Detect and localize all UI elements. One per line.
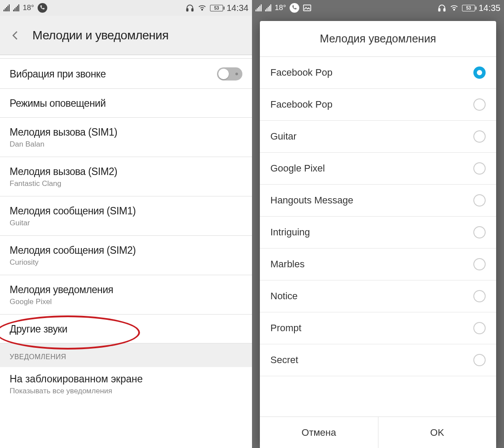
ringtone-option[interactable]: Facebook Pop [260,57,496,89]
option-label: Intriguing [270,227,310,238]
option-label: Prompt [270,322,301,334]
svg-point-6 [454,9,455,10]
row-sub: Google Pixel [10,298,242,306]
row-notification-sound[interactable]: Мелодия уведомления Google Pixel [0,275,252,315]
radio-icon[interactable] [473,98,486,111]
ringtone-option[interactable]: Marbles [260,248,496,280]
option-label: Facebook Pop [270,67,332,78]
dialog-buttons: Отмена OK [260,416,496,448]
dialog-list: Facebook PopFacebook PopGuitarGoogle Pix… [260,57,496,416]
signal-icon-2 [13,4,19,11]
viber-icon [38,3,47,13]
row-sub: Guitar [10,219,242,228]
ringtone-option[interactable]: Notice [260,280,496,312]
svg-rect-4 [438,9,440,11]
row-title: Мелодия вызова (SIM2) [10,166,242,178]
svg-rect-3 [303,5,311,10]
row-title: Режимы оповещений [10,98,242,109]
battery-level: 53 [466,6,471,10]
ringtone-option[interactable]: Facebook Pop [260,89,496,121]
back-button[interactable] [9,29,22,42]
option-label: Facebook Pop [270,99,332,110]
row-message-sim2[interactable]: Мелодия сообщения (SIM2) Curiosity [0,236,252,275]
radio-icon[interactable] [473,130,486,143]
svg-rect-0 [186,9,188,11]
row-title: Мелодия сообщения (SIM2) [10,245,242,256]
row-sub: Fantastic Clang [10,179,242,188]
radio-icon[interactable] [473,322,486,334]
battery-level: 53 [214,6,219,10]
headphones-icon [186,4,194,12]
row-title: Мелодия сообщения (SIM1) [10,205,242,217]
ringtone-option[interactable]: Prompt [260,312,496,344]
dialog-title: Мелодия уведомления [260,21,496,57]
screen-dialog: 18° 53 14:35 Мелодия уведомления Faceboo… [252,0,504,448]
temperature: 18° [23,4,34,12]
row-title: На заблокированном экране [10,373,242,385]
row-sub: Dan Balan [10,140,242,149]
radio-icon[interactable] [473,162,486,175]
status-bar: 18° 53 14:35 [252,0,504,16]
status-bar: 18° 53 14:34 [0,0,252,16]
wifi-icon [198,4,206,12]
battery-icon: 53 [210,5,223,11]
row-title: Другие звуки [10,323,242,335]
row-other-sounds[interactable]: Другие звуки [0,315,252,343]
radio-icon[interactable] [473,290,486,302]
svg-point-2 [202,9,203,10]
row-ringtone-sim1[interactable]: Мелодия вызова (SIM1) Dan Balan [0,118,252,157]
signal-icon [4,4,10,11]
screen-settings: 18° 53 14:34 Мелодии и уведомления Вибра… [0,0,252,448]
temperature: 18° [275,4,286,12]
page-title: Мелодии и уведомления [32,28,168,42]
clock: 14:35 [479,3,500,13]
row-title: Мелодия вызова (SIM1) [10,126,242,138]
option-label: Secret [270,354,298,366]
header: Мелодии и уведомления [0,16,252,55]
row-lockscreen[interactable]: На заблокированном экране Показывать все… [0,367,252,396]
viber-icon [290,3,299,13]
settings-list: Вибрация при звонке Режимы оповещений Ме… [0,55,252,396]
row-title: Вибрация при звонке [10,68,217,80]
signal-icon-2 [265,4,271,11]
option-label: Guitar [270,131,297,142]
ringtone-option[interactable]: Google Pixel [260,153,496,185]
row-modes[interactable]: Режимы оповещений [0,89,252,118]
ringtone-option[interactable]: Guitar [260,121,496,153]
radio-icon[interactable] [473,226,486,238]
radio-icon[interactable] [473,258,486,270]
signal-icon [256,4,262,11]
radio-icon[interactable] [473,66,486,79]
row-vibrate[interactable]: Вибрация при звонке [0,59,252,89]
row-title: Мелодия уведомления [10,284,242,296]
svg-rect-5 [444,9,445,11]
section-header: УВЕДОМЛЕНИЯ [0,343,252,367]
option-label: Marbles [270,259,304,270]
battery-icon: 53 [462,5,475,11]
ringtone-option[interactable]: Intriguing [260,217,496,248]
svg-rect-1 [192,9,193,11]
toggle-vibrate[interactable] [217,67,242,80]
ok-button[interactable]: OK [378,417,497,448]
clock: 14:34 [227,3,248,13]
option-label: Google Pixel [270,163,325,174]
row-sub: Показывать все уведомления [10,387,242,396]
row-ringtone-sim2[interactable]: Мелодия вызова (SIM2) Fantastic Clang [0,157,252,196]
wifi-icon [450,4,458,12]
ringtone-option[interactable]: Secret [260,344,496,376]
gallery-icon [303,4,312,12]
row-sub: Curiosity [10,258,242,267]
ringtone-option[interactable]: Hangouts Message [260,185,496,217]
headphones-icon [438,4,446,12]
option-label: Hangouts Message [270,195,354,206]
radio-icon[interactable] [473,354,486,366]
option-label: Notice [270,290,298,302]
ringtone-dialog: Мелодия уведомления Facebook PopFacebook… [260,21,496,448]
radio-icon[interactable] [473,194,486,206]
row-message-sim1[interactable]: Мелодия сообщения (SIM1) Guitar [0,196,252,236]
cancel-button[interactable]: Отмена [260,417,378,448]
